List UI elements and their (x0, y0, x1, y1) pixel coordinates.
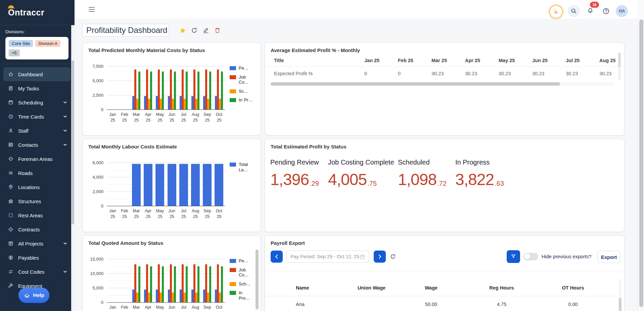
column-header-reg-hours: Reg Hours (461, 285, 542, 291)
sidebar-scrollbar-thumb[interactable] (72, 60, 74, 224)
horizontal-scrollbar[interactable] (271, 82, 614, 86)
legend-label: Total La… (239, 162, 255, 172)
x-tick-label: Aug25 (189, 305, 201, 311)
bar-group-jul-25 (178, 63, 189, 110)
x-tick-label: Apr25 (142, 112, 154, 123)
vertical-scrollbar[interactable] (618, 53, 621, 80)
sidebar-item-dashboard[interactable]: Dashboard (3, 67, 71, 81)
legend-item: Total La… (230, 162, 255, 172)
sidebar-scrollbar[interactable] (71, 25, 75, 311)
plot (107, 63, 225, 110)
user-icon (8, 128, 13, 133)
divisions-box[interactable]: Core SiteDivision A+5 (5, 37, 68, 59)
diamond-icon (8, 227, 13, 232)
pay-period-input[interactable]: Pay Period: Sep 29 - Oct 12, 25 (286, 251, 369, 263)
column-header-jun-25: Jun 25 (532, 58, 566, 63)
legend-swatch (230, 163, 236, 167)
export-label: Export (601, 254, 617, 260)
table-row[interactable]: Expected Profit %0030.2330.2330.2330.233… (265, 66, 625, 81)
bar (174, 266, 176, 303)
search-icon[interactable] (568, 5, 580, 17)
legend-label: Job Co… (239, 267, 255, 278)
hide-previous-exports-toggle[interactable] (523, 253, 538, 260)
bar-group-jun-25 (166, 160, 178, 206)
x-tick-label: Sep25 (201, 112, 213, 123)
delete-trash-icon[interactable] (214, 27, 221, 34)
sidebar-item-structures[interactable]: Structures (3, 194, 71, 208)
sidebar-nav: DashboardMy TasksSchedulingTime CardsSta… (0, 67, 75, 302)
bar (197, 266, 199, 303)
sidebar-item-contracts[interactable]: Contracts (3, 222, 71, 236)
x-tick-label: Jun25 (166, 305, 178, 311)
sidebar-item-rest-areas[interactable]: Rest Areas (3, 208, 71, 222)
refresh-icon[interactable] (390, 254, 396, 260)
legend-label: In Pro… (239, 290, 255, 301)
sidebar-item-contacts[interactable]: Contacts (3, 138, 71, 152)
notification-badge: 16 (590, 2, 599, 8)
division-tag-5[interactable]: +5 (9, 49, 20, 56)
vertical-scrollbar[interactable] (619, 279, 622, 311)
vertical-scrollbar-thumb[interactable] (256, 250, 259, 309)
card-material-costs: Total Predicted Monthly Material Costs b… (82, 42, 261, 136)
sidebar-divider (0, 64, 75, 64)
help-button[interactable]: Help (18, 287, 49, 303)
page-scrollbar-thumb[interactable] (639, 19, 643, 307)
dashboard-title-field[interactable]: Profitability Dashboard (82, 24, 169, 37)
chevron-down-icon (63, 129, 67, 133)
x-axis: Jan25Feb25Mar25Apr25May25Jun25Jul25Aug25… (107, 208, 225, 220)
sidebar-item-cost-codes[interactable]: Cost Codes (3, 265, 71, 279)
sidebar: Ontraccr Divisions: Core SiteDivision A+… (0, 0, 75, 311)
sidebar-item-scheduling[interactable]: Scheduling (3, 95, 71, 109)
edit-pencil-icon[interactable] (203, 27, 210, 34)
user-avatar[interactable]: OA (616, 5, 628, 17)
sidebar-item-time-cards[interactable]: Time Cards (3, 109, 71, 124)
x-tick-label: Apr25 (142, 305, 154, 311)
quoted-amount-chart: 05,00010,00015,000Jan25Feb25Mar25Apr25Ma… (87, 256, 255, 311)
previous-pay-period-button[interactable] (271, 251, 283, 263)
favorite-star-icon[interactable] (179, 27, 186, 34)
division-tag-core-site[interactable]: Core Site (9, 40, 33, 47)
page-scrollbar[interactable] (638, 0, 644, 311)
refresh-icon[interactable] (191, 27, 198, 34)
sidebar-item-foreman-areas[interactable]: Foreman Areas (3, 152, 71, 166)
card-title: Average Estimated Profit % - Monthly (271, 47, 360, 53)
table-cell: 50.00 (401, 302, 461, 307)
x-tick-label: Feb25 (119, 208, 130, 220)
sidebar-item-roads[interactable]: Roads (3, 166, 71, 180)
sidebar-item-all-projects[interactable]: All Projects (3, 236, 71, 251)
vertical-scrollbar[interactable] (256, 249, 259, 311)
division-tag-division-a[interactable]: Division A (35, 40, 60, 47)
vertical-scrollbar-thumb[interactable] (619, 298, 622, 311)
bar (155, 164, 164, 206)
vertical-scrollbar-thumb[interactable] (618, 53, 621, 67)
table-cell: Expected Profit % (265, 71, 364, 76)
payroll-table: NameUnion WageWageReg HoursOT HoursAria5… (265, 280, 617, 311)
pin-icon (8, 184, 13, 190)
export-button[interactable]: Export (597, 251, 620, 263)
help-question-icon[interactable] (600, 5, 612, 17)
ontraccr-logo[interactable]: Ontraccr (8, 8, 44, 17)
stat-label: Pending Review (270, 159, 319, 166)
table-row[interactable]: Aria50.004.750.00 (265, 296, 617, 311)
sidebar-item-label: Foreman Areas (18, 156, 67, 162)
whats-new-hardhat-icon[interactable] (549, 5, 563, 18)
hamburger-menu-icon[interactable] (89, 7, 95, 12)
bar-series (107, 63, 225, 110)
horizontal-scrollbar-thumb[interactable] (271, 82, 560, 86)
x-tick-label: May25 (154, 305, 166, 311)
sidebar-item-my-tasks[interactable]: My Tasks (3, 81, 71, 95)
sidebar-item-label: Cost Codes (18, 269, 63, 275)
sidebar-item-staff[interactable]: Staff (3, 124, 71, 138)
x-tick-label: Sep25 (201, 208, 213, 220)
stat-pending-review: Pending Review1,396.29 (270, 159, 319, 188)
y-tick-label: 7,500 (92, 64, 103, 69)
next-pay-period-button[interactable] (374, 251, 386, 263)
sidebar-item-label: Dashboard (18, 72, 67, 77)
filter-button[interactable] (507, 250, 520, 263)
home-icon (8, 72, 13, 77)
bar (221, 72, 223, 110)
x-tick-label: Mar25 (130, 112, 142, 123)
sidebar-item-locations[interactable]: Locations (3, 180, 71, 194)
sidebar-item-payables[interactable]: Payables (3, 251, 71, 265)
bar-group-may-25 (154, 63, 166, 110)
